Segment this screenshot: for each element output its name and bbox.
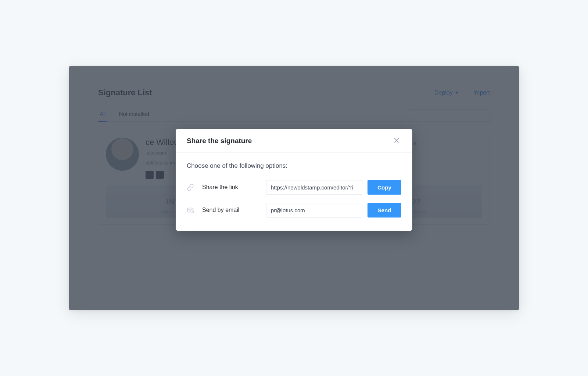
share-link-label: Share the link (202, 184, 261, 191)
app-frame: Signature List Deploy Import All Not ins… (69, 66, 519, 310)
close-icon (393, 137, 400, 143)
send-button[interactable]: Send (368, 203, 401, 217)
modal-header: Share the signature (176, 129, 412, 153)
send-email-label: Send by email (202, 207, 261, 213)
modal-title: Share the signature (187, 137, 252, 145)
share-link-input[interactable] (266, 180, 362, 195)
share-link-row: Share the link Copy (187, 180, 401, 195)
modal-prompt: Choose one of the following options: (187, 162, 401, 170)
mail-send-icon (187, 206, 197, 214)
email-input[interactable] (266, 203, 362, 217)
send-email-row: Send by email Send (187, 203, 401, 217)
copy-button[interactable]: Copy (368, 180, 401, 195)
modal-body: Choose one of the following options: Sha… (176, 153, 412, 231)
close-button[interactable] (393, 137, 401, 145)
share-modal: Share the signature Choose one of the fo… (176, 129, 412, 231)
link-icon (187, 184, 197, 191)
